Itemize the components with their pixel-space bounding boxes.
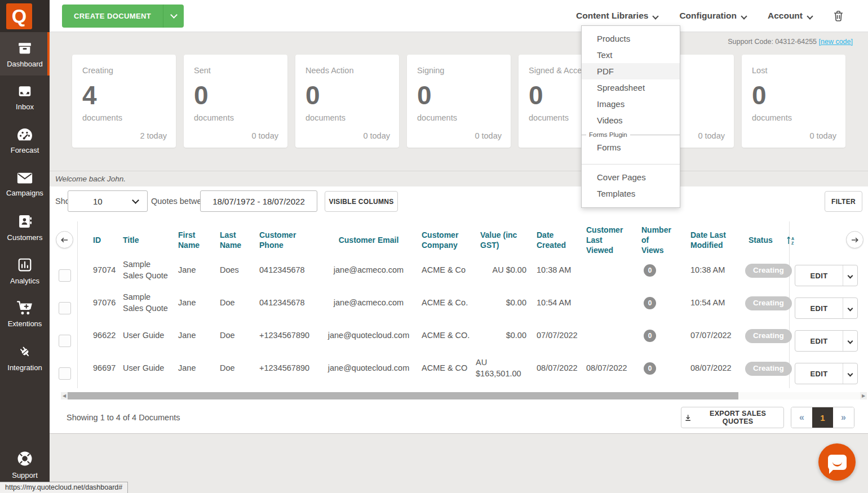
card-value: 0	[305, 82, 389, 108]
menu-item-spreadsheet[interactable]: Spreadsheet	[582, 79, 680, 96]
sidebar-item-support[interactable]: Support	[0, 443, 50, 486]
col-header-customer-company[interactable]: Customer Company	[422, 221, 476, 259]
col-header-number-of-views[interactable]: Number of Views	[636, 221, 677, 259]
sidebar-item-customers[interactable]: Customers	[0, 206, 50, 249]
col-header-customer-phone[interactable]: Customer Phone	[259, 221, 316, 259]
nav-content-libraries[interactable]: Content Libraries	[576, 11, 658, 21]
scroll-left-button[interactable]	[56, 231, 73, 248]
cell-email: jane@quotecloud.com	[316, 319, 422, 352]
new-code-link[interactable]: [new code]	[819, 38, 853, 46]
filter-button[interactable]: FILTER	[825, 191, 862, 212]
col-header-id[interactable]: ID	[85, 221, 123, 259]
cell-value: AU $163,501.00	[476, 352, 532, 385]
cell-company: ACME & CO.	[422, 319, 476, 352]
cell-id: 96622	[85, 319, 123, 352]
col-header-customer-last-viewed[interactable]: Customer Last Viewed	[582, 221, 636, 259]
cell-email: jane@quotecloud.com	[316, 352, 422, 385]
horizontal-scrollbar[interactable]: ◀ ▶	[61, 392, 867, 399]
edit-caret[interactable]	[843, 331, 857, 351]
menu-item-cover-pages[interactable]: Cover Pages	[582, 169, 680, 185]
sidebar-item-dashboard[interactable]: Dashboard	[0, 32, 50, 75]
card-unit: documents	[194, 113, 277, 122]
col-header-last-name[interactable]: Last Name	[220, 221, 259, 259]
date-range-input[interactable]	[200, 190, 317, 212]
cell-last-viewed	[582, 287, 636, 319]
browser-status-url: https://my.quotecloud.net/dashboard#	[0, 482, 128, 493]
views-badge: 0	[644, 297, 656, 309]
visible-columns-button[interactable]: VISIBLE COLUMNS	[325, 191, 398, 212]
menu-item-pdf[interactable]: PDF	[582, 63, 680, 79]
pagination-prev[interactable]: «	[791, 407, 812, 428]
sidebar-item-label: Extentions	[8, 319, 42, 328]
menu-item-products[interactable]: Products	[582, 30, 680, 47]
cell-title: Sample Sales Quote	[123, 287, 178, 319]
create-document-caret[interactable]	[163, 5, 184, 28]
show-select[interactable]: 10	[68, 190, 148, 212]
pagination-current-page[interactable]: 1	[812, 407, 833, 428]
edit-caret[interactable]	[843, 298, 857, 318]
col-header-first-name[interactable]: First Name	[178, 221, 220, 259]
scroll-right-button[interactable]	[846, 231, 863, 248]
card-label: Creating	[82, 66, 166, 75]
sidebar-item-analytics[interactable]: Analytics	[0, 249, 50, 292]
col-header-date-last-modified[interactable]: Date Last Modified	[677, 221, 735, 259]
trash-icon[interactable]	[834, 11, 843, 21]
edit-button[interactable]: EDIT	[795, 297, 858, 319]
cell-date-modified: 10:54 AM	[677, 287, 735, 319]
quotes-table: ID Title First Name Last Name Customer P…	[85, 221, 787, 385]
download-icon	[685, 414, 691, 421]
edit-caret[interactable]	[843, 265, 857, 286]
cell-views: 0	[636, 287, 677, 319]
sidebar-item-forecast[interactable]: Forecast	[0, 119, 50, 162]
sort-az-icon[interactable]: AZ	[786, 236, 795, 245]
chat-smile-icon	[828, 455, 847, 470]
chat-launcher-button[interactable]	[818, 443, 856, 481]
menu-item-forms[interactable]: Forms	[582, 139, 680, 156]
cell-last-viewed	[582, 319, 636, 352]
edit-button[interactable]: EDIT	[795, 265, 858, 286]
export-sales-quotes-button[interactable]: EXPORT SALES QUOTES	[681, 407, 784, 428]
edit-label: EDIT	[795, 265, 843, 286]
cell-views: 0	[636, 254, 677, 287]
status-header-label: Status	[749, 235, 773, 245]
scrollbar-right-arrow-icon[interactable]: ▶	[860, 392, 867, 399]
nav-label: Account	[768, 11, 803, 21]
stat-card-needs-action: Needs Action 0 documents 0 today	[295, 55, 399, 148]
nav-account[interactable]: Account	[768, 11, 812, 21]
logo-area[interactable]: Q	[0, 0, 50, 32]
menu-divider	[582, 164, 680, 165]
sidebar-nav: Dashboard Inbox Forecast Campaigns	[0, 32, 50, 493]
scrollbar-left-arrow-icon[interactable]: ◀	[61, 392, 68, 399]
menu-item-templates[interactable]: Templates	[582, 185, 680, 202]
menu-item-videos[interactable]: Videos	[582, 112, 680, 128]
edit-button[interactable]: EDIT	[795, 363, 858, 384]
edit-caret[interactable]	[843, 363, 857, 384]
table-divider	[77, 221, 78, 388]
col-header-title[interactable]: Title	[123, 221, 178, 259]
sidebar-item-extentions[interactable]: Extentions	[0, 292, 50, 336]
nav-configuration[interactable]: Configuration	[679, 11, 746, 21]
cell-last-viewed	[582, 254, 636, 287]
chevron-down-icon	[848, 338, 853, 344]
sidebar-item-campaigns[interactable]: Campaigns	[0, 162, 50, 206]
scrollbar-thumb[interactable]	[68, 392, 738, 399]
col-header-value[interactable]: Value (inc GST)	[476, 221, 532, 259]
menu-item-images[interactable]: Images	[582, 96, 680, 112]
create-document-button[interactable]: CREATE DOCUMENT	[62, 5, 184, 28]
stat-cards: Creating 4 documents 2 today Sent 0 docu…	[72, 55, 845, 148]
row-checkbox[interactable]	[59, 335, 71, 347]
row-checkbox[interactable]	[59, 367, 71, 380]
sidebar-item-integration[interactable]: Integration	[0, 336, 50, 379]
pagination-next[interactable]: »	[833, 407, 854, 428]
col-header-status[interactable]: Status AZ	[735, 221, 787, 259]
row-checkbox[interactable]	[59, 269, 71, 282]
row-checkbox[interactable]	[59, 302, 71, 314]
sidebar-item-inbox[interactable]: Inbox	[0, 75, 50, 119]
scrollbar-track[interactable]	[738, 392, 860, 399]
menu-item-text[interactable]: Text	[582, 47, 680, 63]
col-header-customer-email[interactable]: Customer Email	[316, 221, 422, 259]
col-header-date-created[interactable]: Date Created	[532, 221, 582, 259]
card-value: 0	[417, 82, 501, 108]
edit-button[interactable]: EDIT	[795, 330, 858, 352]
cell-first-name: Jane	[178, 352, 220, 385]
